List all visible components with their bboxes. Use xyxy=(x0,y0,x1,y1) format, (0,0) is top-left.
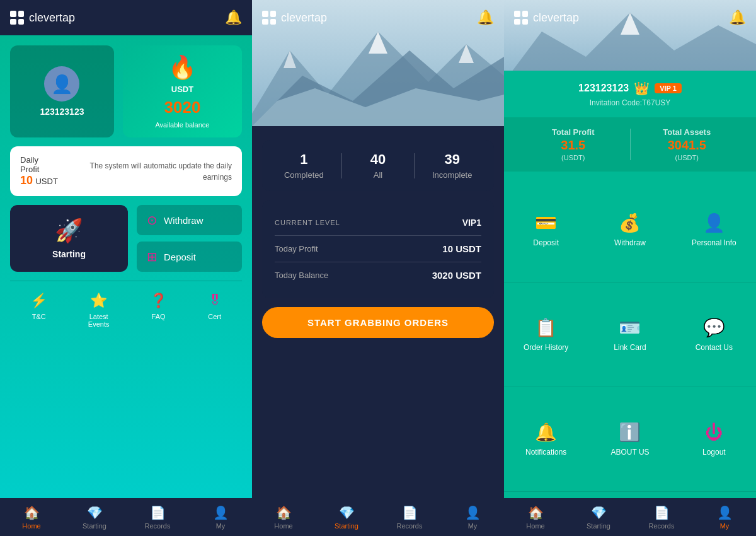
invite-code: Invitation Code:T67USY xyxy=(590,98,671,107)
menu-order-history[interactable]: 📋 Order History xyxy=(504,283,588,387)
balance-currency: USDT xyxy=(171,84,193,94)
home-nav-label-2: Home xyxy=(274,522,292,530)
link-tnc[interactable]: ⚡ T&C xyxy=(30,293,47,328)
profile-top-row: 123123123 👑 VIP 1 xyxy=(578,81,682,96)
userid-1: 123123123 xyxy=(40,107,84,117)
avatar: 👤 xyxy=(44,66,79,102)
nav-records-2[interactable]: 📄 Records xyxy=(378,498,441,536)
menu-grid: 💳 Deposit 💰 Withdraw 👤 Personal Info 📋 O… xyxy=(504,172,756,498)
personal-info-icon: 👤 xyxy=(703,213,725,233)
link-cert[interactable]: 🎖 Cert xyxy=(208,293,222,328)
app-title-3: clevertap xyxy=(533,11,579,25)
nav-starting-1[interactable]: 💎 Starting xyxy=(63,498,126,536)
header-home: clevertap 🔔 xyxy=(0,0,252,35)
divider-1 xyxy=(10,281,242,281)
vip-badge: VIP 1 xyxy=(655,83,682,93)
total-profit-amount: 31.5 xyxy=(561,138,585,153)
my-nav-label-3: My xyxy=(720,522,730,530)
bell-icon-3[interactable]: 🔔 xyxy=(729,9,746,26)
home-nav-icon-3: 🏠 xyxy=(528,505,544,520)
start-label: Starting xyxy=(52,249,86,259)
header-starting: clevertap 🔔 xyxy=(252,0,504,35)
nav-home-1[interactable]: 🏠 Home xyxy=(0,498,63,536)
total-assets-amount: 3041.5 xyxy=(668,138,706,153)
profit-title: Daily Profit xyxy=(20,155,60,174)
menu-about-us[interactable]: ℹ️ ABOUT US xyxy=(588,387,672,492)
nav-records-1[interactable]: 📄 Records xyxy=(126,498,189,536)
menu-logout[interactable]: ⏻ Logout xyxy=(672,387,756,492)
bottom-nav-2: 🏠 Home 💎 Starting 📄 Records 👤 My xyxy=(252,498,504,536)
app-title-2: clevertap xyxy=(281,11,327,25)
starting-nav-label-2: Starting xyxy=(335,522,358,530)
panel-starting: clevertap 🔔 1 Completed 40 All 39 Incomp… xyxy=(252,0,504,536)
nav-records-3[interactable]: 📄 Records xyxy=(630,498,693,536)
starting-nav-icon-1: 💎 xyxy=(87,505,103,520)
link-faq[interactable]: ❓ FAQ xyxy=(150,293,167,328)
logo-starting: clevertap xyxy=(262,11,327,25)
records-nav-icon-3: 📄 xyxy=(654,505,670,520)
my-nav-icon-2: 👤 xyxy=(465,505,481,520)
home-nav-icon-1: 🏠 xyxy=(24,505,40,520)
withdraw-menu-label: Withdraw xyxy=(614,238,646,247)
starting-nav-label-3: Starting xyxy=(587,522,610,530)
menu-deposit[interactable]: 💳 Deposit xyxy=(504,178,588,283)
starting-nav-icon-2: 💎 xyxy=(339,505,355,520)
today-balance-value: 3020 USDT xyxy=(432,270,481,281)
total-profit-title: Total Profit xyxy=(552,127,595,137)
action-buttons: ⊙ Withdraw ⊞ Deposit xyxy=(137,205,242,272)
completed-label: Completed xyxy=(284,170,324,180)
menu-link-card[interactable]: 🪪 Link Card xyxy=(588,283,672,387)
menu-contact-us[interactable]: 💬 Contact Us xyxy=(672,283,756,387)
all-number: 40 xyxy=(370,151,386,168)
home-nav-label-3: Home xyxy=(526,522,544,530)
withdraw-button[interactable]: ⊙ Withdraw xyxy=(137,205,242,235)
logo-home: clevertap xyxy=(10,11,75,25)
app-title-1: clevertap xyxy=(29,11,75,25)
start-button[interactable]: 🚀 Starting xyxy=(10,205,128,272)
link-events[interactable]: ⭐ LatestEvents xyxy=(88,293,110,328)
panel-home: clevertap 🔔 👤 123123123 🔥 USDT 3020 Avai… xyxy=(0,0,252,536)
nav-home-2[interactable]: 🏠 Home xyxy=(252,498,315,536)
records-nav-label-2: Records xyxy=(397,522,423,530)
deposit-icon: ⊞ xyxy=(147,249,158,264)
deposit-button[interactable]: ⊞ Deposit xyxy=(137,242,242,272)
home-nav-label-1: Home xyxy=(22,522,40,530)
grid-icon-3 xyxy=(514,11,528,25)
stats-card: 1 Completed 40 All 39 Incomplete xyxy=(262,140,494,191)
my-nav-label-2: My xyxy=(468,522,478,530)
fire-icon: 🔥 xyxy=(168,54,197,81)
stat-incomplete: 39 Incomplete xyxy=(415,151,489,180)
bell-icon-1[interactable]: 🔔 xyxy=(225,9,242,26)
bottom-nav-3: 🏠 Home 💎 Starting 📄 Records 👤 My xyxy=(504,498,756,536)
cert-icon: 🎖 xyxy=(208,293,222,309)
nav-starting-3[interactable]: 💎 Starting xyxy=(567,498,630,536)
logout-icon: ⏻ xyxy=(705,422,723,443)
nav-my-2[interactable]: 👤 My xyxy=(441,498,504,536)
nav-starting-2[interactable]: 💎 Starting xyxy=(315,498,378,536)
incomplete-number: 39 xyxy=(444,151,459,168)
notifications-label: Notifications xyxy=(525,448,566,457)
nav-my-1[interactable]: 👤 My xyxy=(189,498,252,536)
nav-my-3[interactable]: 👤 My xyxy=(693,498,756,536)
grab-orders-button[interactable]: START GRABBING ORDERS xyxy=(262,307,494,338)
starting-body: 1 Completed 40 All 39 Incomplete CURRENT… xyxy=(252,130,504,498)
top-row: 👤 123123123 🔥 USDT 3020 Available balanc… xyxy=(10,45,242,137)
menu-withdraw[interactable]: 💰 Withdraw xyxy=(588,178,672,283)
contact-us-label: Contact Us xyxy=(696,343,733,352)
starting-nav-label-1: Starting xyxy=(83,522,106,530)
nav-home-3[interactable]: 🏠 Home xyxy=(504,498,567,536)
today-profit-label: Today Profit xyxy=(275,244,318,253)
records-nav-icon-2: 📄 xyxy=(402,505,418,520)
completed-number: 1 xyxy=(300,151,307,168)
bell-icon-2[interactable]: 🔔 xyxy=(477,9,494,26)
menu-notifications[interactable]: 🔔 Notifications xyxy=(504,387,588,492)
profit-note: The system will automatic update the dai… xyxy=(60,160,232,183)
stat-all: 40 All xyxy=(341,151,415,180)
all-label: All xyxy=(374,170,382,180)
profit-card: Daily Profit 10 USDT The system will aut… xyxy=(10,146,242,196)
withdraw-label: Withdraw xyxy=(164,215,203,226)
notifications-icon: 🔔 xyxy=(535,422,557,443)
rocket-icon: 🚀 xyxy=(55,218,83,244)
profile-stats: Total Profit 31.5 (USDT) Total Assets 30… xyxy=(504,117,756,172)
menu-personal-info[interactable]: 👤 Personal Info xyxy=(672,178,756,283)
